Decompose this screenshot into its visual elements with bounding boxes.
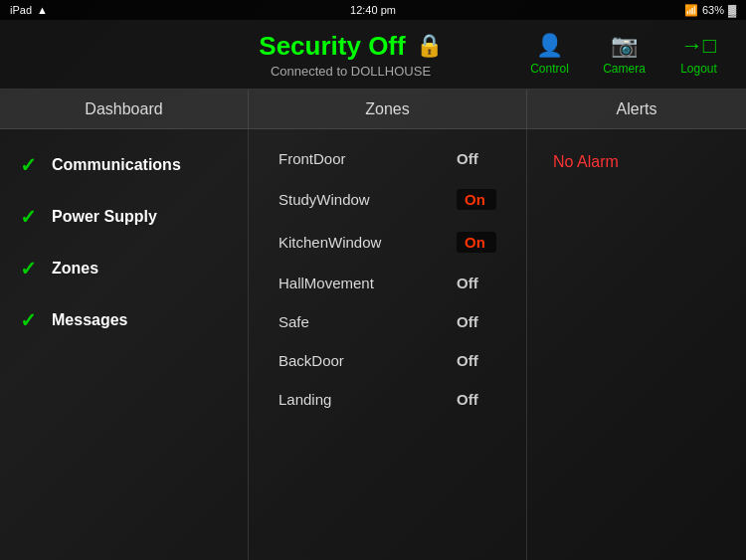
lock-icon: 🔒 [416, 33, 443, 59]
status-bar: iPad ▲ 12:40 pm 📶 63% ▓ [0, 0, 746, 20]
camera-label: Camera [603, 62, 646, 76]
zone-studywindow-name: StudyWindow [279, 191, 370, 208]
dashboard-item-messages[interactable]: ✓ Messages [0, 294, 248, 346]
zone-backdoor[interactable]: BackDoor Off [249, 341, 526, 380]
dashboard-item-communications[interactable]: ✓ Communications [0, 139, 248, 191]
column-headers: Dashboard Zones Alerts [0, 90, 746, 129]
zone-safe-status: Off [457, 313, 496, 330]
zone-kitchenwindow-name: KitchenWindow [279, 234, 381, 251]
dashboard-item-zones[interactable]: ✓ Zones [0, 243, 248, 294]
dashboard-column-header: Dashboard [0, 90, 249, 128]
battery-icon: ▓ [728, 4, 736, 16]
header-nav: 👤 Control 📷 Camera →□ Logout [522, 33, 726, 76]
wifi-icon: ▲ [37, 4, 48, 16]
check-messages-icon: ✓ [20, 308, 40, 332]
status-right: 📶 63% ▓ [684, 4, 736, 17]
zone-safe-name: Safe [279, 313, 309, 330]
zone-hallmovement-name: HallMovement [279, 275, 374, 291]
status-left: iPad ▲ [10, 4, 48, 16]
communications-label: Communications [52, 156, 181, 174]
status-time: 12:40 pm [350, 4, 396, 16]
zone-kitchenwindow[interactable]: KitchenWindow On [249, 221, 526, 264]
check-communications-icon: ✓ [20, 153, 40, 177]
logout-nav-item[interactable]: →□ Logout [671, 33, 726, 76]
zone-kitchenwindow-status: On [457, 232, 496, 253]
zone-backdoor-name: BackDoor [279, 352, 344, 369]
zone-hallmovement-status: Off [457, 275, 496, 291]
app-header: Security Off 🔒 Connected to DOLLHOUSE 👤 … [0, 20, 746, 90]
bluetooth-icon: 📶 [684, 4, 698, 17]
zone-landing-name: Landing [279, 391, 331, 408]
dashboard-item-power-supply[interactable]: ✓ Power Supply [0, 191, 248, 243]
security-status-title: Security Off [259, 31, 405, 62]
zone-safe[interactable]: Safe Off [249, 302, 526, 341]
content-row: ✓ Communications ✓ Power Supply ✓ Zones … [0, 129, 746, 560]
zones-column: FrontDoor Off StudyWindow On KitchenWind… [249, 129, 527, 560]
zone-studywindow-status: On [457, 189, 496, 210]
zone-landing[interactable]: Landing Off [249, 380, 526, 419]
zones-label: Zones [52, 260, 98, 278]
control-nav-item[interactable]: 👤 Control [522, 33, 577, 76]
connection-status: Connected to DOLLHOUSE [271, 64, 431, 79]
no-alarm-status: No Alarm [543, 139, 730, 185]
zone-frontdoor[interactable]: FrontDoor Off [249, 139, 526, 178]
zones-column-header: Zones [249, 90, 527, 128]
zone-backdoor-status: Off [457, 352, 496, 369]
alerts-column: No Alarm [527, 129, 746, 560]
carrier-label: iPad [10, 4, 32, 16]
battery-label: 63% [702, 4, 724, 16]
camera-icon: 📷 [611, 33, 638, 59]
logout-icon: →□ [681, 33, 716, 59]
check-zones-icon: ✓ [20, 257, 40, 280]
messages-label: Messages [52, 311, 128, 329]
logout-label: Logout [680, 62, 717, 76]
zone-studywindow[interactable]: StudyWindow On [249, 178, 526, 221]
dashboard-column: ✓ Communications ✓ Power Supply ✓ Zones … [0, 129, 249, 560]
power-supply-label: Power Supply [52, 208, 157, 226]
header-title-row: Security Off 🔒 [259, 31, 442, 62]
zone-landing-status: Off [457, 391, 496, 408]
control-icon: 👤 [536, 33, 563, 59]
control-label: Control [530, 62, 569, 76]
zone-frontdoor-name: FrontDoor [279, 150, 346, 167]
zone-hallmovement[interactable]: HallMovement Off [249, 264, 526, 302]
header-center: Security Off 🔒 Connected to DOLLHOUSE [179, 31, 522, 79]
check-power-supply-icon: ✓ [20, 205, 40, 229]
alerts-column-header: Alerts [527, 90, 746, 128]
camera-nav-item[interactable]: 📷 Camera [597, 33, 652, 76]
zone-frontdoor-status: Off [457, 150, 496, 167]
